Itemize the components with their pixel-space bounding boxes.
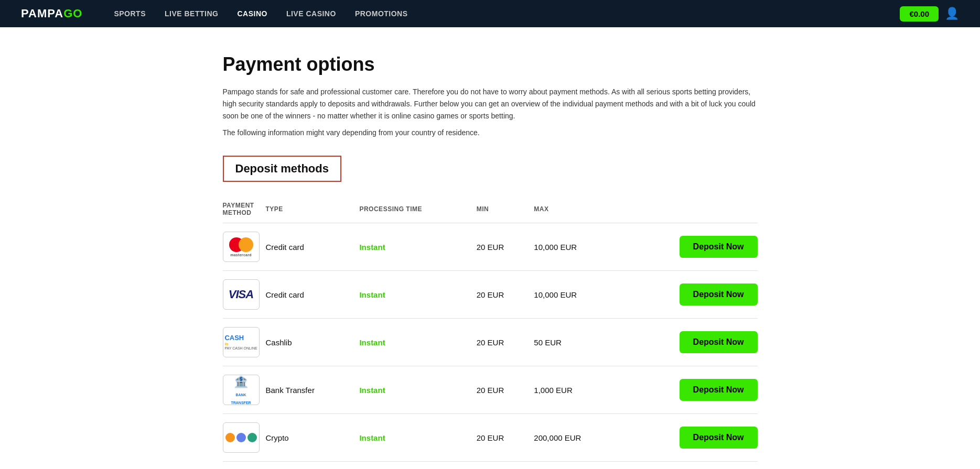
deposit-now-button[interactable]: Deposit Now (680, 236, 758, 258)
processing-cell: Instant (359, 414, 476, 462)
bank-logo: 🏦 BANKTRANSFER (223, 375, 260, 405)
main-content: Payment options Pampago stands for safe … (212, 27, 768, 469)
nav-link-promotions[interactable]: PROMOTIONS (355, 9, 408, 18)
action-cell: Deposit Now (625, 223, 758, 271)
col-processing: PROCESSING TIME (359, 198, 476, 223)
processing-instant: Instant (359, 433, 385, 442)
nav-link-live-betting[interactable]: LIVE BETTING (165, 9, 218, 18)
min-cell: 20 EUR (477, 223, 534, 271)
deposit-methods-title: Deposit methods (223, 156, 341, 182)
nav-link-sports[interactable]: SPORTS (114, 9, 146, 18)
processing-instant: Instant (359, 338, 385, 347)
deposit-now-button[interactable]: Deposit Now (680, 283, 758, 306)
nav-links: SPORTS LIVE BETTING CASINO LIVE CASINO P… (114, 9, 879, 18)
mc-circle-right (239, 237, 253, 252)
mc-label: mastercard (229, 253, 253, 257)
col-type: TYPE (266, 198, 360, 223)
method-logo-cell: 🏦 BANKTRANSFER (223, 366, 266, 414)
type-cell: Credit card (266, 223, 360, 271)
logo-text: PAMPAGO (21, 7, 82, 20)
navbar: PAMPAGO SPORTS LIVE BETTING CASINO LIVE … (0, 0, 980, 27)
table-row: CASHlib PAY CASH ONLINE Cashlib Instant … (223, 319, 758, 366)
col-method: PAYMENT METHOD (223, 198, 266, 223)
balance-button[interactable]: €0.00 (900, 6, 939, 21)
table-row: 🏦 BANKTRANSFER Bank Transfer Instant 20 … (223, 366, 758, 414)
col-min: MIN (477, 198, 534, 223)
crypto-eth (236, 433, 246, 442)
action-cell: Deposit Now (625, 319, 758, 366)
page-description: Pampago stands for safe and professional… (223, 86, 758, 122)
min-cell: 20 EUR (477, 271, 534, 319)
nav-link-live-casino[interactable]: LIVE CASINO (286, 9, 336, 18)
payment-table: PAYMENT METHOD TYPE PROCESSING TIME MIN … (223, 198, 758, 462)
crypto-usdt (247, 433, 257, 442)
method-logo-cell (223, 414, 266, 462)
processing-cell: Instant (359, 319, 476, 366)
deposit-now-button[interactable]: Deposit Now (680, 427, 758, 449)
type-cell: Crypto (266, 414, 360, 462)
min-cell: 20 EUR (477, 366, 534, 414)
bank-icon-container: 🏦 BANKTRANSFER (231, 375, 251, 405)
method-logo-cell: CASHlib PAY CASH ONLINE (223, 319, 266, 366)
type-cell: Credit card (266, 271, 360, 319)
cashlib-text: CASHlib PAY CASH ONLINE (224, 334, 257, 351)
mastercard-logo: mastercard (223, 232, 260, 262)
max-cell: 10,000 EUR (534, 271, 624, 319)
table-row: Crypto Instant 20 EUR 200,000 EUR Deposi… (223, 414, 758, 462)
max-cell: 1,000 EUR (534, 366, 624, 414)
visa-logo: VISA (223, 279, 260, 310)
bank-icon: 🏦 (231, 375, 251, 389)
page-title: Payment options (223, 53, 758, 75)
max-cell: 200,000 EUR (534, 414, 624, 462)
crypto-logo (223, 422, 260, 453)
type-cell: Bank Transfer (266, 366, 360, 414)
cashlib-logo: CASHlib PAY CASH ONLINE (223, 327, 260, 357)
type-cell: Cashlib (266, 319, 360, 366)
col-max: MAX (534, 198, 624, 223)
max-cell: 10,000 EUR (534, 223, 624, 271)
table-row: mastercard Credit card Instant 20 EUR 10… (223, 223, 758, 271)
action-cell: Deposit Now (625, 414, 758, 462)
method-logo-cell: VISA (223, 271, 266, 319)
nav-right: €0.00 👤 (900, 6, 959, 21)
max-cell: 50 EUR (534, 319, 624, 366)
processing-instant: Instant (359, 290, 385, 299)
deposit-now-button[interactable]: Deposit Now (680, 331, 758, 353)
processing-instant: Instant (359, 386, 385, 395)
action-cell: Deposit Now (625, 366, 758, 414)
action-cell: Deposit Now (625, 271, 758, 319)
processing-cell: Instant (359, 271, 476, 319)
user-icon[interactable]: 👤 (945, 7, 959, 20)
method-logo-cell: mastercard (223, 223, 266, 271)
crypto-btc (225, 433, 235, 442)
processing-instant: Instant (359, 243, 385, 252)
processing-cell: Instant (359, 223, 476, 271)
table-header: PAYMENT METHOD TYPE PROCESSING TIME MIN … (223, 198, 758, 223)
visa-text: VISA (229, 288, 253, 301)
bank-text: BANKTRANSFER (231, 393, 251, 404)
mc-circles (229, 237, 253, 252)
table-body: mastercard Credit card Instant 20 EUR 10… (223, 223, 758, 462)
logo-go: GO (63, 7, 82, 20)
min-cell: 20 EUR (477, 319, 534, 366)
crypto-circles (225, 433, 257, 442)
nav-link-casino[interactable]: CASINO (237, 9, 267, 18)
col-action (625, 198, 758, 223)
deposit-now-button[interactable]: Deposit Now (680, 379, 758, 401)
logo[interactable]: PAMPAGO (21, 7, 82, 20)
min-cell: 20 EUR (477, 414, 534, 462)
table-row: VISA Credit card Instant 20 EUR 10,000 E… (223, 271, 758, 319)
page-note: The following information might vary dep… (223, 128, 758, 137)
processing-cell: Instant (359, 366, 476, 414)
